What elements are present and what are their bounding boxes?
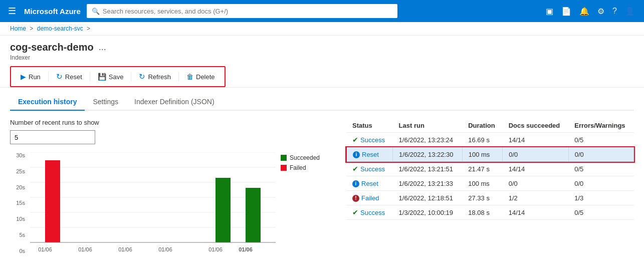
x-label-1: 01/06 <box>38 246 52 252</box>
table-row[interactable]: ! Failed 1/6/2022, 12:18:51 27.33 s 1/2 … <box>346 191 634 205</box>
tabs: Execution history Settings Indexer Defin… <box>10 88 634 111</box>
status-link[interactable]: Success <box>360 209 385 216</box>
bar-5 <box>216 178 231 242</box>
y-label-25: 25s <box>16 168 25 174</box>
tab-execution-history[interactable]: Execution history <box>10 94 85 111</box>
content-area: Number of recent runs to show 30s 25s 20… <box>10 119 634 264</box>
docs-succeeded-cell: 0/0 <box>503 147 569 162</box>
last-run-cell: 1/3/2022, 10:00:19 <box>393 205 463 220</box>
x-label-6: 01/06 <box>239 246 253 252</box>
settings-icon[interactable]: ⚙ <box>594 4 607 19</box>
delete-button[interactable]: 🗑 Delete <box>181 70 221 84</box>
search-icon: 🔍 <box>92 8 100 15</box>
x-label-4: 01/06 <box>158 246 172 252</box>
tab-indexer-definition[interactable]: Indexer Definition (JSON) <box>126 94 223 111</box>
docs-succeeded-cell: 14/14 <box>503 205 569 220</box>
errors-warnings-cell: 0/0 <box>568 147 633 162</box>
x-label-3: 01/06 <box>118 246 132 252</box>
breadcrumb: Home > demo-search-svc > <box>0 22 644 36</box>
status-link[interactable]: Success <box>360 136 385 144</box>
legend-succeeded: Succeeded <box>281 154 326 161</box>
search-box[interactable]: 🔍 <box>87 4 397 18</box>
refresh-button[interactable]: ↻ Refresh <box>133 69 176 84</box>
page-subtitle: Indexer <box>10 54 634 61</box>
col-last-run: Last run <box>393 119 463 133</box>
help-icon[interactable]: ? <box>609 4 620 19</box>
status-link[interactable]: Reset <box>362 151 379 158</box>
reset-button[interactable]: ↻ Reset <box>51 69 88 84</box>
y-label-20: 20s <box>16 184 25 190</box>
search-input[interactable] <box>103 8 392 15</box>
col-status: Status <box>346 119 393 133</box>
tab-settings[interactable]: Settings <box>85 94 126 111</box>
table-row[interactable]: ✔ Success 1/6/2022, 13:21:51 21.47 s 14/… <box>346 162 634 176</box>
errors-warnings-cell: 0/5 <box>568 162 633 176</box>
status-cell: ✔ Success <box>346 133 393 147</box>
status-cell: i Reset <box>346 176 393 191</box>
status-link[interactable]: Success <box>360 165 385 173</box>
duration-cell: 27.33 s <box>462 191 502 205</box>
main-content: Execution history Settings Indexer Defin… <box>0 88 644 275</box>
last-run-cell: 1/6/2022, 13:21:51 <box>393 162 463 176</box>
y-label-30: 30s <box>16 152 25 158</box>
reset-icon: ↻ <box>56 72 63 81</box>
notifications-icon[interactable]: 🔔 <box>576 4 592 19</box>
table-area: Status Last run Duration Docs succeeded … <box>346 119 634 264</box>
execution-table: Status Last run Duration Docs succeeded … <box>346 119 634 220</box>
col-docs-succeeded: Docs succeeded <box>503 119 569 133</box>
run-button[interactable]: ▶ Run <box>15 70 46 84</box>
topbar: ☰ Microsoft Azure 🔍 ▣ 📄 🔔 ⚙ ? 👤 <box>0 0 644 22</box>
table-row[interactable]: ✔ Success 1/3/2022, 10:00:19 18.08 s 14/… <box>346 205 634 220</box>
directory-icon[interactable]: 📄 <box>558 4 574 19</box>
status-cell: ! Failed <box>346 191 393 205</box>
hamburger-icon[interactable]: ☰ <box>6 4 18 19</box>
page-header: cog-search-demo ... Indexer ▶ Run ↻ Rese… <box>0 36 644 88</box>
recent-runs-label: Number of recent runs to show <box>10 119 326 126</box>
y-label-10: 10s <box>16 216 25 222</box>
breadcrumb-demo-search-svc[interactable]: demo-search-svc <box>37 25 83 32</box>
refresh-icon: ↻ <box>139 72 145 81</box>
more-options-icon[interactable]: ... <box>99 42 106 53</box>
col-duration: Duration <box>462 119 502 133</box>
docs-succeeded-cell: 14/14 <box>503 162 569 176</box>
success-icon: ✔ <box>352 165 358 173</box>
info-icon: i <box>353 151 360 158</box>
table-row[interactable]: i Reset 1/6/2022, 13:21:33 100 ms 0/0 0/… <box>346 176 634 191</box>
duration-cell: 21.47 s <box>462 162 502 176</box>
status-cell: i Reset <box>346 147 393 162</box>
duration-cell: 100 ms <box>462 176 502 191</box>
y-label-5: 5s <box>19 232 25 238</box>
bar-1 <box>45 160 60 242</box>
table-row-selected[interactable]: i Reset 1/6/2022, 13:22:30 100 ms 0/0 0/… <box>346 147 634 162</box>
y-label-0: 0s <box>19 248 25 254</box>
legend: Succeeded Failed <box>281 152 326 264</box>
docs-succeeded-cell: 1/2 <box>503 191 569 205</box>
errors-warnings-cell: 0/5 <box>568 205 633 220</box>
last-run-cell: 1/6/2022, 13:22:30 <box>393 147 463 162</box>
last-run-cell: 1/6/2022, 12:18:51 <box>393 191 463 205</box>
feedback-icon[interactable]: 👤 <box>622 4 638 19</box>
runs-input[interactable] <box>10 130 95 144</box>
legend-failed: Failed <box>281 164 326 171</box>
status-link[interactable]: Reset <box>361 180 378 187</box>
chart-area: Number of recent runs to show 30s 25s 20… <box>10 119 326 264</box>
legend-succeeded-label: Succeeded <box>290 154 320 161</box>
status-link[interactable]: Failed <box>361 194 379 202</box>
errors-warnings-cell: 0/0 <box>568 176 633 191</box>
run-icon: ▶ <box>21 73 26 81</box>
last-run-cell: 1/6/2022, 13:23:24 <box>393 133 463 147</box>
divider-2 <box>90 72 90 82</box>
save-button[interactable]: 💾 Save <box>92 70 129 84</box>
duration-cell: 16.69 s <box>462 133 502 147</box>
legend-failed-box <box>281 165 287 171</box>
errors-warnings-cell: 1/3 <box>568 191 633 205</box>
y-label-15: 15s <box>16 200 25 206</box>
success-icon: ✔ <box>352 208 358 216</box>
error-icon: ! <box>352 195 359 202</box>
table-row[interactable]: ✔ Success 1/6/2022, 13:23:24 16.69 s 14/… <box>346 133 634 147</box>
x-label-2: 01/06 <box>78 246 92 252</box>
chart-wrapper: 30s 25s 20s 15s 10s 5s 0s <box>10 152 326 264</box>
legend-succeeded-box <box>281 155 287 161</box>
cloud-shell-icon[interactable]: ▣ <box>543 4 556 19</box>
breadcrumb-home[interactable]: Home <box>10 25 26 32</box>
